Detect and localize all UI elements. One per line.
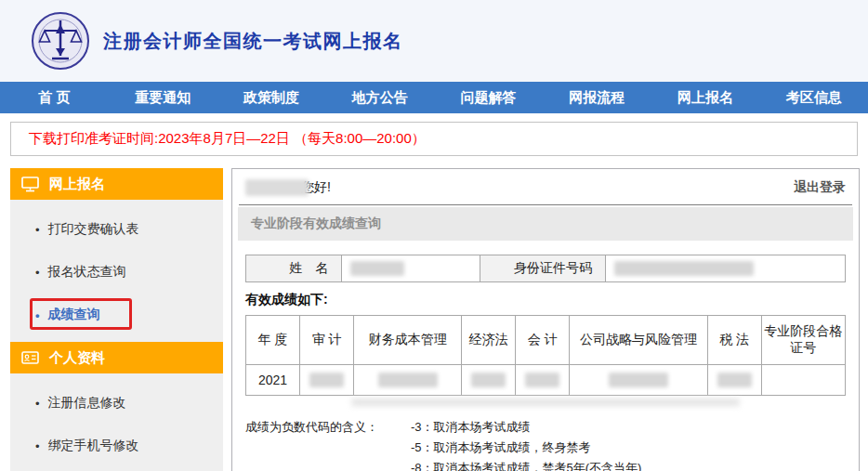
sidebar-item-registration-status[interactable]: • 报名状态查询 xyxy=(10,251,223,294)
bullet-icon: • xyxy=(35,440,40,452)
nav-item-home[interactable]: 首 页 xyxy=(0,82,109,113)
col-accounting: 会 计 xyxy=(516,316,570,365)
sidebar-item-print-payment-confirmation[interactable]: • 打印交费确认表 xyxy=(10,208,223,251)
nav-item-policies[interactable]: 政策制度 xyxy=(217,82,326,113)
score-cell xyxy=(516,365,570,396)
negative-codes-block: 成绩为负数代码的含义： -3：取消本场考试成绩 -5：取消本场考试成绩，终身禁考… xyxy=(245,419,846,471)
page-header: 注册会计师全国统一考试网上报名 xyxy=(0,0,868,82)
codes-label: 成绩为负数代码的含义： xyxy=(245,419,411,471)
masked-score xyxy=(609,373,668,387)
col-audit: 审 计 xyxy=(300,316,354,365)
masked-score xyxy=(378,373,438,387)
col-year: 年 度 xyxy=(246,316,300,365)
col-cert-no: 专业阶段合格证号 xyxy=(761,316,845,365)
sidebar-list-personal: • 注册信息修改 • 绑定手机号修改 • 用户密码修改 • 邮件地址修改 xyxy=(10,373,223,471)
table-header-row: 年 度 审 计 财务成本管理 经济法 会 计 公司战略与风险管理 税 法 专业阶… xyxy=(246,316,846,365)
table-row: 2021 xyxy=(246,365,846,396)
identity-table: 姓 名 身份证件号码 xyxy=(245,255,846,282)
bullet-icon: • xyxy=(35,398,40,410)
masked-id-value xyxy=(614,261,754,276)
logout-link[interactable]: 退出登录 xyxy=(794,179,846,196)
col-financial: 财务成本管理 xyxy=(354,316,462,365)
sidebar-item-label: 绑定手机号修改 xyxy=(48,438,139,454)
score-cell xyxy=(570,365,707,396)
sidebar-item-score-query[interactable]: • 成绩查询 xyxy=(10,294,223,336)
sidebar-item-edit-password[interactable]: • 用户密码修改 xyxy=(10,467,223,471)
content: 网上报名 • 打印交费确认表 • 报名状态查询 • 成绩查询 xyxy=(0,163,868,471)
notice-wrap: 下载打印准考证时间:2023年8月7日—22日 （每天8:00—20:00） xyxy=(0,113,868,163)
page-title: 注册会计师全国统一考试网上报名 xyxy=(103,29,403,54)
section-title-bar: 专业阶段有效成绩查询 xyxy=(238,207,853,241)
cert-no-cell xyxy=(761,365,845,396)
nav-item-exam-area-info[interactable]: 考区信息 xyxy=(759,82,868,113)
score-cell xyxy=(707,365,761,396)
masked-score xyxy=(717,373,752,387)
sidebar-list-registration: • 打印交费确认表 • 报名状态查询 • 成绩查询 xyxy=(10,200,223,342)
bullet-icon: • xyxy=(35,224,40,236)
code-item: -5：取消本场考试成绩，终身禁考 xyxy=(411,439,700,456)
masked-score xyxy=(471,373,506,387)
nav-item-online-registration[interactable]: 网上报名 xyxy=(651,82,760,113)
masked-score xyxy=(309,373,344,387)
masked-score xyxy=(525,373,559,387)
greeting: 您好! xyxy=(245,179,331,196)
results-intro: 有效成绩如下: xyxy=(245,292,846,308)
sidebar-item-label: 注册信息修改 xyxy=(48,395,126,412)
year-cell: 2021 xyxy=(246,365,300,396)
id-card-icon xyxy=(21,350,39,365)
sidebar-item-label: 报名状态查询 xyxy=(48,264,126,281)
masked-name-value xyxy=(350,261,404,276)
monitor-icon xyxy=(21,177,39,192)
bullet-icon: • xyxy=(35,309,40,321)
col-tax-law: 税 法 xyxy=(707,316,761,365)
greeting-row: 您好! 退出登录 xyxy=(232,169,859,204)
masked-smudge xyxy=(351,399,740,406)
sidebar-item-label: 打印交费确认表 xyxy=(48,221,139,238)
cpa-emblem-logo xyxy=(31,11,90,71)
divider xyxy=(239,204,852,205)
nav-item-local-announcements[interactable]: 地方公告 xyxy=(325,82,434,113)
bullet-icon: • xyxy=(35,267,40,279)
sidebar: 网上报名 • 打印交费确认表 • 报名状态查询 • 成绩查询 xyxy=(10,168,223,471)
score-cell xyxy=(354,365,462,396)
name-value-cell xyxy=(342,255,480,282)
sidebar-item-label: 成绩查询 xyxy=(48,307,100,323)
code-item: -3：取消本场考试成绩 xyxy=(411,419,700,436)
col-strategy: 公司战略与风险管理 xyxy=(570,316,707,365)
sidebar-item-edit-registration-info[interactable]: • 注册信息修改 xyxy=(10,382,223,425)
table-row: 姓 名 身份证件号码 xyxy=(246,255,846,282)
col-econ-law: 经济法 xyxy=(462,316,516,365)
sidebar-section-online-registration: 网上报名 xyxy=(10,168,223,200)
scores-table: 年 度 审 计 财务成本管理 经济法 会 计 公司战略与风险管理 税 法 专业阶… xyxy=(245,315,846,396)
id-label-cell: 身份证件号码 xyxy=(480,255,605,282)
codes-list: -3：取消本场考试成绩 -5：取消本场考试成绩，终身禁考 -8：取消本场考试成绩… xyxy=(411,419,700,471)
score-cell xyxy=(462,365,516,396)
nav-item-important-notices[interactable]: 重要通知 xyxy=(109,82,217,113)
id-value-cell xyxy=(605,255,845,282)
score-cell xyxy=(300,365,354,396)
nav-item-registration-process[interactable]: 网报流程 xyxy=(543,82,651,113)
sidebar-section-personal-info: 个人资料 xyxy=(10,342,223,373)
sidebar-section-title: 个人资料 xyxy=(49,349,105,367)
name-label-cell: 姓 名 xyxy=(246,255,342,282)
sidebar-section-title: 网上报名 xyxy=(49,176,105,193)
admission-ticket-notice: 下载打印准考证时间:2023年8月7日—22日 （每天8:00—20:00） xyxy=(10,122,858,156)
masked-user-name xyxy=(245,179,309,196)
code-item: -8：取消本场考试成绩，禁考5年(不含当年) xyxy=(411,460,700,471)
main-nav: 首 页 重要通知 政策制度 地方公告 问题解答 网报流程 网上报名 考区信息 xyxy=(0,82,868,113)
main-panel: 您好! 退出登录 专业阶段有效成绩查询 姓 名 身份证件号码 有效成绩如下: 年… xyxy=(231,168,860,471)
sidebar-item-edit-phone[interactable]: • 绑定手机号修改 xyxy=(10,425,223,467)
nav-item-faq[interactable]: 问题解答 xyxy=(434,82,543,113)
